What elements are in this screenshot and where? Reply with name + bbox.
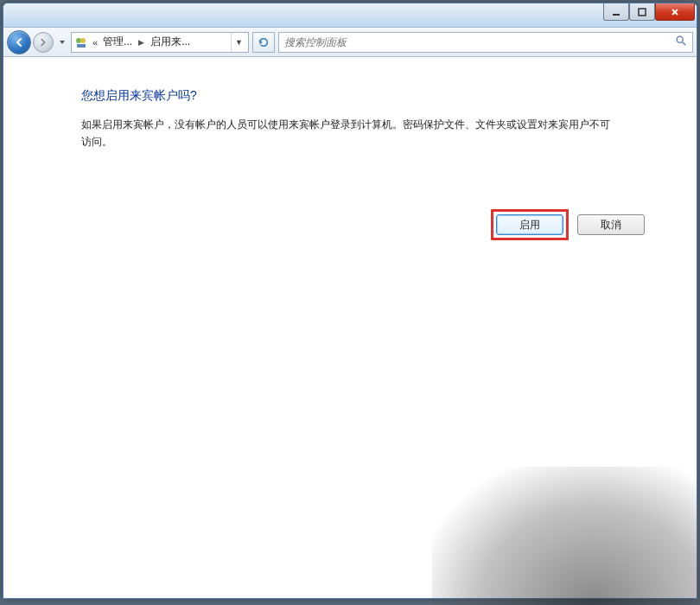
titlebar [3,3,697,28]
close-icon [670,7,680,17]
close-button[interactable] [655,3,695,21]
arrow-right-icon [38,37,48,48]
enable-button[interactable]: 启用 [496,214,563,235]
maximize-icon [637,7,647,17]
window-frame: « 管理... ▶ 启用来... ▼ 您想启用来宾帐户吗? [3,3,697,599]
chevron-down-icon [59,39,66,46]
window-controls [603,3,695,21]
search-icon [675,35,687,49]
svg-rect-0 [613,14,620,16]
address-bar[interactable]: « 管理... ▶ 启用来... ▼ [71,32,249,53]
arrow-left-icon [13,36,25,48]
svg-point-3 [80,38,86,43]
nav-back-button[interactable] [7,30,31,54]
navigation-bar: « 管理... ▶ 启用来... ▼ [3,28,697,57]
action-buttons-row: 启用 取消 [491,209,645,240]
content-area: 您想启用来宾帐户吗? 如果启用来宾帐户，没有帐户的人员可以使用来宾帐户登录到计算… [3,57,697,598]
page-title: 您想启用来宾帐户吗? [81,88,645,104]
breadcrumb-separator-icon: ▶ [136,38,147,47]
svg-line-6 [683,42,686,46]
nav-forward-button[interactable] [33,32,54,53]
refresh-icon [258,36,270,48]
minimize-icon [611,7,621,17]
search-input[interactable] [284,36,675,48]
svg-point-5 [677,36,683,42]
search-bar[interactable] [278,32,693,53]
breadcrumb-level-1[interactable]: 启用来... [149,35,192,49]
address-dropdown[interactable]: ▼ [231,33,246,52]
breadcrumb-level-0[interactable]: 管理... [101,35,134,49]
minimize-button[interactable] [603,3,629,21]
nav-history-dropdown[interactable] [57,34,67,51]
page-description: 如果启用来宾帐户，没有帐户的人员可以使用来宾帐户登录到计算机。密码保护文件、文件… [81,116,617,151]
breadcrumb-prefix: « [91,37,99,48]
cancel-button[interactable]: 取消 [577,214,645,235]
maximize-button[interactable] [629,3,655,21]
svg-rect-1 [639,9,646,16]
svg-rect-4 [77,44,86,48]
refresh-button[interactable] [252,32,275,53]
control-panel-icon [73,35,89,50]
highlight-annotation: 启用 [491,209,569,240]
